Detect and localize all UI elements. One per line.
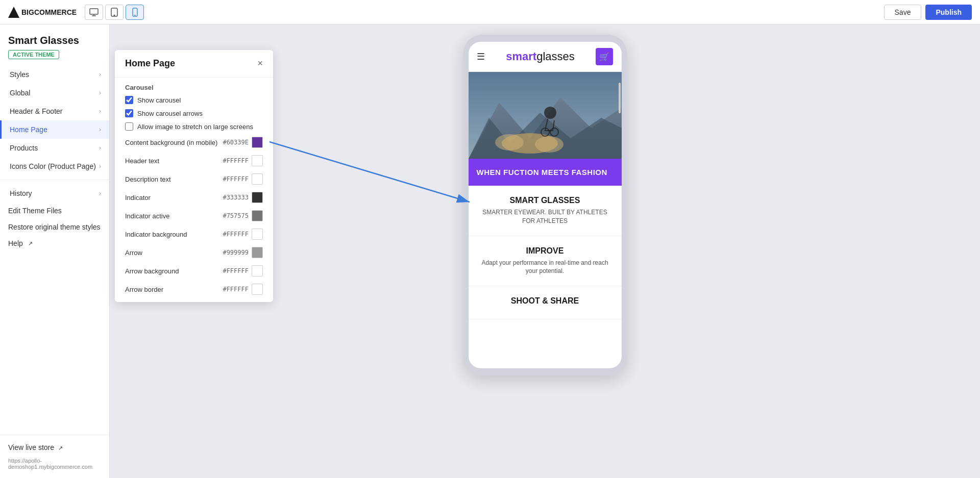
allow-stretch-label[interactable]: Allow image to stretch on large screens [137, 123, 253, 131]
chevron-icon: › [99, 190, 101, 197]
sidebar-item-home-page-label: Home Page [10, 125, 47, 134]
view-live-store-label: View live store [8, 443, 54, 451]
sidebar-item-products[interactable]: Products › [0, 139, 109, 157]
device-tablet[interactable] [105, 5, 124, 20]
header-text-label: Header text [125, 157, 159, 165]
show-carousel-label[interactable]: Show carousel [137, 96, 181, 104]
section-text-1: Adapt your performance in real-time and … [477, 259, 614, 276]
phone-logo: smartglasses [506, 50, 575, 63]
content-bg-mobile-swatch[interactable] [252, 137, 263, 148]
svg-point-15 [535, 136, 564, 153]
device-desktop[interactable] [85, 5, 103, 20]
phone-outer: ☰ smartglasses 🛒 [463, 35, 627, 375]
sidebar-divider [0, 180, 109, 180]
svg-point-16 [544, 107, 556, 119]
indicator-swatch[interactable] [252, 192, 263, 203]
panel-close-button[interactable]: × [257, 58, 263, 69]
content-bg-mobile-field: #60339E [223, 137, 263, 148]
arrow-border-swatch[interactable] [252, 284, 263, 295]
scroll-indicator: ≡ [115, 298, 273, 302]
device-mobile[interactable] [126, 5, 144, 20]
sidebar-footer: View live store ↗ https://apollo-demosho… [0, 435, 109, 478]
description-text-swatch[interactable] [252, 173, 263, 185]
hamburger-icon: ☰ [477, 51, 485, 62]
sidebar-item-icons-color-label: Icons Color (Product Page) [10, 162, 96, 170]
sidebar-item-global[interactable]: Global › [0, 84, 109, 102]
indicator-active-swatch[interactable] [252, 210, 263, 221]
header-text-swatch[interactable] [252, 155, 263, 166]
sidebar-item-help[interactable]: Help ↗ [0, 235, 109, 251]
content-bg-mobile-row: Content background (in mobile) #60339E [115, 133, 273, 152]
indicator-row: Indicator #333333 [115, 188, 273, 207]
header-text-field: #FFFFFF [223, 155, 263, 166]
save-button[interactable]: Save [884, 5, 922, 20]
phone-section-smart-glasses: SMART GLASSES SMARTER EYEWEAR. BUILT BY … [469, 186, 622, 236]
phone-section-shoot: SHOOT & SHARE [469, 286, 622, 319]
view-live-store-link[interactable]: View live store ↗ [0, 439, 109, 456]
sidebar-item-header-footer-label: Header & Footer [10, 107, 63, 115]
arrow-swatch[interactable] [252, 247, 263, 258]
indicator-bg-label: Indicator background [125, 231, 187, 238]
sidebar-item-icons-color[interactable]: Icons Color (Product Page) › [0, 157, 109, 175]
sidebar-item-edit-theme-files[interactable]: Edit Theme Files [0, 203, 109, 219]
content-bg-mobile-label: Content background (in mobile) [125, 139, 217, 146]
topbar: BIGCOMMERCE Save Publish [0, 0, 980, 24]
store-name: Smart Glasses [8, 35, 101, 46]
section-title-0: SMART GLASSES [477, 196, 614, 205]
allow-stretch-checkbox[interactable] [125, 122, 133, 131]
topbar-right: Save Publish [884, 5, 972, 20]
indicator-bg-swatch[interactable] [252, 229, 263, 240]
edit-theme-files-label: Edit Theme Files [8, 207, 62, 215]
sidebar-item-home-page[interactable]: Home Page › [0, 120, 109, 139]
sidebar-header: Smart Glasses ACTIVE THEME [0, 24, 109, 65]
active-theme-badge: ACTIVE THEME [8, 50, 59, 59]
sidebar-item-header-footer[interactable]: Header & Footer › [0, 102, 109, 120]
arrow-bg-field: #FFFFFF [223, 265, 263, 276]
chevron-icon: › [99, 89, 101, 96]
indicator-label: Indicator [125, 194, 151, 202]
arrow-bg-label: Arrow background [125, 267, 179, 275]
publish-button[interactable]: Publish [925, 5, 972, 20]
description-text-row: Description text #FFFFFF [115, 170, 273, 188]
arrow-border-row: Arrow border #FFFFFF [115, 280, 273, 298]
phone-banner: WHEN FUCTION MEETS FASHION [469, 159, 622, 186]
panel-content: Carousel Show carousel Show carousel arr… [115, 78, 273, 302]
show-carousel-arrows-label[interactable]: Show carousel arrows [137, 110, 203, 117]
sidebar-item-history[interactable]: History › [0, 184, 109, 203]
external-link-icon: ↗ [58, 445, 63, 451]
chevron-icon: › [99, 108, 101, 115]
svg-marker-0 [8, 7, 19, 18]
device-icons [85, 5, 144, 20]
carousel-section-label: Carousel [115, 78, 273, 93]
sidebar-item-global-label: Global [10, 89, 30, 97]
external-link-icon: ↗ [28, 240, 33, 247]
chevron-icon: › [99, 144, 101, 152]
phone-hero [469, 72, 622, 159]
main-content: Home Page × Carousel Show carousel Show … [110, 24, 980, 478]
svg-line-9 [270, 142, 470, 202]
panel-header: Home Page × [115, 50, 273, 78]
sidebar-item-styles[interactable]: Styles › [0, 65, 109, 84]
show-carousel-arrows-checkbox[interactable] [125, 109, 133, 117]
sidebar-item-styles-label: Styles [10, 70, 29, 79]
restore-label: Restore original theme styles [8, 223, 101, 231]
phone-scrollbar-thumb [619, 83, 621, 113]
indicator-bg-field: #FFFFFF [223, 229, 263, 240]
indicator-active-value: #757575 [223, 212, 249, 219]
arrow-bg-swatch[interactable] [252, 265, 263, 276]
chevron-icon: › [99, 163, 101, 170]
arrow-label: Arrow [125, 249, 142, 257]
sidebar-item-restore[interactable]: Restore original theme styles [0, 219, 109, 235]
phone-screen[interactable]: ☰ smartglasses 🛒 [469, 42, 622, 368]
description-text-label: Description text [125, 175, 171, 183]
description-text-field: #FFFFFF [223, 173, 263, 185]
indicator-field: #333333 [223, 192, 263, 203]
svg-point-14 [495, 134, 524, 150]
logo-glasses: glasses [536, 50, 575, 63]
home-page-panel: Home Page × Carousel Show carousel Show … [115, 50, 273, 302]
sidebar: Smart Glasses ACTIVE THEME Styles › Glob… [0, 24, 110, 478]
show-carousel-checkbox[interactable] [125, 96, 133, 104]
allow-stretch-row: Allow image to stretch on large screens [115, 120, 273, 133]
indicator-active-row: Indicator active #757575 [115, 207, 273, 225]
cart-icon[interactable]: 🛒 [596, 48, 613, 65]
